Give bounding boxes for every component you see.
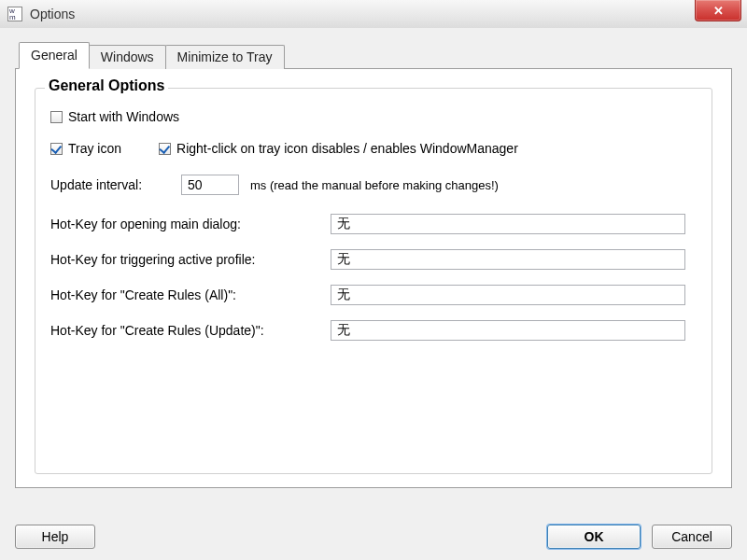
- window-title: Options: [30, 7, 75, 21]
- hotkey-open-main-input[interactable]: [331, 214, 685, 234]
- dialog-button-row: Help OK Cancel: [15, 525, 732, 549]
- cancel-button[interactable]: Cancel: [652, 525, 732, 549]
- update-interval-input[interactable]: [181, 175, 239, 195]
- hotkey-create-update-label: Hot-Key for "Create Rules (Update)":: [50, 323, 331, 338]
- tab-strip: General Windows Minimize to Tray: [19, 41, 732, 68]
- checkbox-right-click-toggle[interactable]: Right-click on tray icon disables / enab…: [159, 141, 518, 156]
- tab-general[interactable]: General: [19, 42, 90, 69]
- hotkey-trigger-profile-label: Hot-Key for triggering active profile:: [50, 252, 331, 267]
- checkbox-icon: [50, 143, 63, 155]
- checkbox-icon: [50, 111, 63, 123]
- checkbox-label: Tray icon: [68, 141, 121, 156]
- app-icon: wm: [7, 7, 22, 21]
- tab-windows[interactable]: Windows: [89, 45, 166, 69]
- hotkey-trigger-profile-input[interactable]: [331, 249, 685, 270]
- titlebar: wm Options ✕: [0, 0, 747, 29]
- update-interval-suffix: ms (read the manual before making change…: [250, 178, 499, 192]
- close-button[interactable]: ✕: [695, 0, 741, 21]
- group-title: General Options: [45, 77, 168, 94]
- checkbox-label: Right-click on tray icon disables / enab…: [176, 141, 518, 156]
- checkbox-label: Start with Windows: [68, 109, 179, 124]
- client-area: General Windows Minimize to Tray General…: [0, 28, 747, 560]
- hotkey-open-main-label: Hot-Key for opening main dialog:: [50, 217, 331, 231]
- hotkey-create-all-label: Hot-Key for "Create Rules (All)":: [50, 287, 331, 302]
- close-icon: ✕: [713, 4, 724, 18]
- checkbox-start-with-windows[interactable]: Start with Windows: [50, 109, 179, 124]
- checkbox-tray-icon[interactable]: Tray icon: [50, 141, 121, 156]
- hotkey-create-update-input[interactable]: [331, 320, 685, 341]
- update-interval-label: Update interval:: [50, 177, 181, 192]
- hotkey-create-all-input[interactable]: [331, 285, 685, 305]
- tab-minimize-to-tray[interactable]: Minimize to Tray: [165, 45, 285, 69]
- help-button[interactable]: Help: [15, 525, 95, 549]
- group-general-options: General Options Start with Windows Tray …: [35, 88, 712, 474]
- checkbox-icon: [159, 143, 171, 155]
- ok-button[interactable]: OK: [547, 525, 641, 549]
- tab-panel-general: General Options Start with Windows Tray …: [15, 68, 732, 488]
